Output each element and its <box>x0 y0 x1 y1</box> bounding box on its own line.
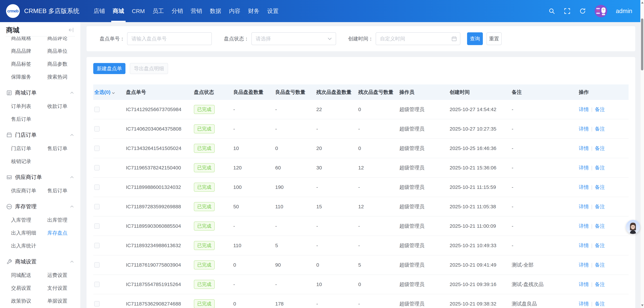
store-icon <box>6 132 12 138</box>
sidebar-item-售后订单[interactable]: 售后订单 <box>47 145 80 152</box>
detail-link[interactable]: 详情 <box>579 145 589 151</box>
sidebar-item-单据设置[interactable]: 单据设置 <box>47 298 80 305</box>
sidebar-group-商城设置[interactable]: 商城设置 <box>0 255 80 269</box>
sidebar-item-门店订单[interactable]: 门店订单 <box>11 145 47 152</box>
sidebar-item-运费设置[interactable]: 运费设置 <box>47 272 80 279</box>
sidebar-group-供应商订单[interactable]: 供应商订单 <box>0 170 80 184</box>
sidebar-item-订单列表[interactable]: 订单列表 <box>11 103 47 110</box>
sidebar-item-政策协议[interactable]: 政策协议 <box>11 298 47 305</box>
order-no-input[interactable] <box>127 32 212 45</box>
row-checkbox[interactable] <box>94 262 100 268</box>
good-gain-qty: 100 <box>233 184 275 190</box>
status-select[interactable]: 请选择 <box>252 32 336 45</box>
sidebar-group-库存管理[interactable]: 库存管理 <box>0 200 80 214</box>
reset-button[interactable]: 重置 <box>486 32 502 45</box>
refresh-icon[interactable] <box>579 8 586 14</box>
sidebar-group-商城订单[interactable]: 商城订单 <box>0 86 80 100</box>
time-range-input[interactable] <box>376 32 460 45</box>
sidebar-item-商品标签[interactable]: 商品标签 <box>11 61 47 67</box>
row-checkbox[interactable] <box>94 185 100 190</box>
remark-link[interactable]: 备注 <box>595 282 605 287</box>
remark-link[interactable]: 备注 <box>595 107 605 112</box>
row-checkbox[interactable] <box>94 223 100 229</box>
sidebar-item-入库管理[interactable]: 入库管理 <box>11 217 47 224</box>
sidebar-item-收款订单[interactable]: 收款订单 <box>47 103 80 110</box>
nav-item-10[interactable]: 设置 <box>263 0 282 22</box>
search-icon[interactable] <box>548 8 555 14</box>
row-checkbox[interactable] <box>94 107 100 112</box>
remark-link[interactable]: 备注 <box>595 165 605 170</box>
status-badge: 已完成 <box>194 241 215 250</box>
user-avatar[interactable] <box>595 5 607 17</box>
sidebar-collapse-icon[interactable] <box>68 27 74 33</box>
sidebar-item-库存盘点[interactable]: 库存盘点 <box>47 230 80 237</box>
sidebar-item-出入库统计[interactable]: 出入库统计 <box>11 243 47 249</box>
remark-link[interactable]: 备注 <box>595 184 605 190</box>
sidebar-item-交易设置[interactable]: 交易设置 <box>11 285 47 292</box>
remark-link[interactable]: 备注 <box>595 243 605 248</box>
search-button[interactable]: 查询 <box>467 32 483 45</box>
check-order-no: IC711875547851915264 <box>126 282 194 287</box>
status-badge: 已完成 <box>194 222 215 231</box>
assistant-avatar[interactable] <box>626 220 640 234</box>
export-detail-button[interactable]: 导出盘点明细 <box>130 63 168 74</box>
sidebar-item-商品规格[interactable]: 商品规格 <box>11 36 47 42</box>
detail-link[interactable]: 详情 <box>579 243 589 248</box>
row-checkbox[interactable] <box>94 301 100 307</box>
detail-link[interactable]: 详情 <box>579 126 589 132</box>
sidebar-item-出入库明细[interactable]: 出入库明细 <box>11 230 47 237</box>
remark-link[interactable]: 备注 <box>595 126 605 132</box>
remark-link[interactable]: 备注 <box>595 301 605 307</box>
check-status: 已完成 <box>194 222 233 231</box>
scrollbar-up-arrow[interactable] <box>641 2 644 3</box>
sidebar-item-供应商订单[interactable]: 供应商订单 <box>11 187 47 194</box>
detail-link[interactable]: 详情 <box>579 165 589 170</box>
nav-item-3[interactable]: CRM <box>128 0 148 22</box>
nav-item-6[interactable]: 营销 <box>187 0 206 22</box>
row-checkbox[interactable] <box>94 165 100 170</box>
sidebar-group-门店订单[interactable]: 门店订单 <box>0 128 80 142</box>
sidebar-item-保障服务[interactable]: 保障服务 <box>11 73 47 80</box>
detail-link[interactable]: 详情 <box>579 301 589 307</box>
nav-item-1[interactable]: 店铺 <box>90 0 109 22</box>
sidebar-item-商品单位[interactable]: 商品单位 <box>47 48 80 55</box>
row-checkbox[interactable] <box>94 204 100 209</box>
detail-link[interactable]: 详情 <box>579 223 589 229</box>
detail-link[interactable]: 详情 <box>579 262 589 268</box>
nav-item-8[interactable]: 内容 <box>225 0 244 22</box>
fullscreen-icon[interactable] <box>564 8 570 14</box>
username[interactable]: admin <box>616 7 632 14</box>
sidebar-item-支付设置[interactable]: 支付设置 <box>47 285 80 292</box>
nav-item-2[interactable]: 商城 <box>109 0 128 22</box>
nav-item-9[interactable]: 财务 <box>244 0 263 22</box>
sidebar-menu-row: 政策协议单据设置 <box>0 295 80 308</box>
sidebar-item-商品品牌[interactable]: 商品品牌 <box>11 48 47 55</box>
remark-link[interactable]: 备注 <box>595 204 605 209</box>
detail-link[interactable]: 详情 <box>579 204 589 209</box>
scrollbar-thumb[interactable] <box>641 18 643 70</box>
sidebar-item-核销记录[interactable]: 核销记录 <box>11 158 47 165</box>
sidebar-item-商品参数[interactable]: 商品参数 <box>47 61 80 67</box>
nav-item-5[interactable]: 分销 <box>168 0 187 22</box>
sidebar-item-搜索热词[interactable]: 搜索热词 <box>47 73 80 80</box>
remark-link[interactable]: 备注 <box>595 145 605 151</box>
sidebar-item-商品评论[interactable]: 商品评论 <box>47 36 80 42</box>
row-checkbox[interactable] <box>94 126 100 132</box>
sidebar-item-出库管理[interactable]: 出库管理 <box>47 217 80 224</box>
detail-link[interactable]: 详情 <box>579 282 589 287</box>
detail-link[interactable]: 详情 <box>579 184 589 190</box>
scrollbar-down-arrow[interactable] <box>641 305 644 306</box>
remark-link[interactable]: 备注 <box>595 262 605 268</box>
create-check-button[interactable]: 新建盘点单 <box>93 63 126 74</box>
remark-link[interactable]: 备注 <box>595 223 605 229</box>
sidebar-item-售后订单[interactable]: 售后订单 <box>11 116 47 123</box>
sidebar-item-同城配送[interactable]: 同城配送 <box>11 272 47 279</box>
row-checkbox[interactable] <box>94 146 100 151</box>
select-all-control[interactable]: 全选(0) <box>94 89 115 96</box>
sidebar-item-售后订单[interactable]: 售后订单 <box>47 187 80 194</box>
row-checkbox[interactable] <box>94 243 100 248</box>
row-checkbox[interactable] <box>94 282 100 287</box>
detail-link[interactable]: 详情 <box>579 107 589 112</box>
nav-item-4[interactable]: 员工 <box>148 0 168 22</box>
nav-item-7[interactable]: 数据 <box>206 0 225 22</box>
